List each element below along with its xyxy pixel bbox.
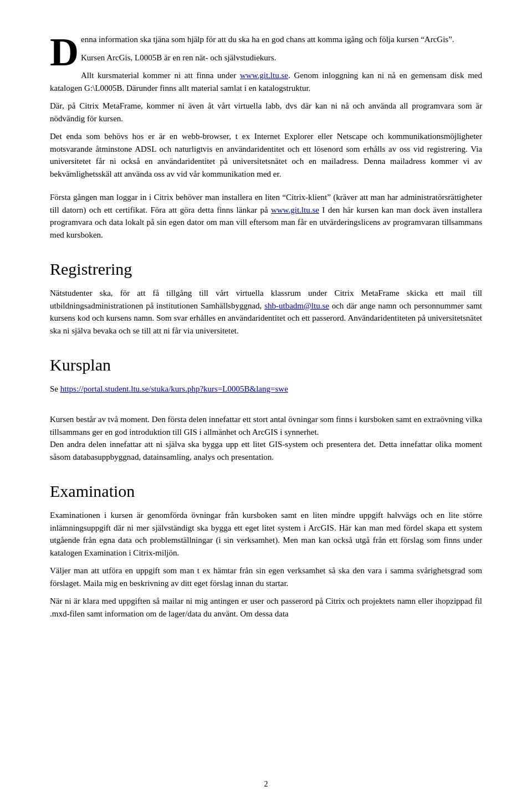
paragraph-browser: Det enda som behövs hos er är en webb-br… [50,130,482,180]
intro-text: enna information ska tjäna som hjälp för… [81,35,454,44]
examination-text-3: När ni är klara med uppgiften så mailar … [50,597,482,618]
git-ltu-link-1[interactable]: www.git.ltu.se [240,71,288,80]
kursplan-link-prefix: Se [50,384,60,393]
drop-cap-letter: D [50,35,79,69]
paragraph-registrering: Nätstudenter ska, för att få tillgång ti… [50,287,482,337]
paragraph-kursen: Kursen ArcGis, L0005B är en ren nät- och… [50,52,482,64]
paragraph-kursplan-body: Kursen består av två moment. Den första … [50,401,482,464]
kursmaterial-text-start: Allt kursmaterial kommer ni att finna un… [81,71,240,80]
section-kursplan-heading: Kursplan [50,352,482,377]
paragraph-examination-1: Examinationen i kursen är genomförda övn… [50,509,482,559]
examination-text-1: Examinationen i kursen är genomförda övn… [50,511,482,557]
kursplan-body-text: Kursen består av två moment. Den första … [50,415,482,461]
page-number: 2 [0,778,532,790]
paragraph-kursmaterial: Allt kursmaterial kommer ni att finna un… [50,69,482,94]
section-registrering-heading: Registrering [50,256,482,281]
section-examination-heading: Examination [50,479,482,503]
git-ltu-link-2[interactable]: www.git.ltu.se [271,205,319,214]
kursen-text: Kursen ArcGis, L0005B är en ren nät- och… [81,53,276,62]
kursplan-url-link[interactable]: https://portal.student.ltu.se/stuka/kurs… [60,384,288,393]
paragraph-citrix-klient: Första gången man loggar in i Citrix beh… [50,191,482,241]
paragraph-kursplan-link: Se https://portal.student.ltu.se/stuka/k… [50,383,482,395]
paragraph-citrix-intro: Där, på Citrix MetaFrame, kommer ni även… [50,100,482,125]
paragraph-examination-3: När ni är klara med uppgiften så mailar … [50,595,482,620]
browser-text: Det enda som behövs hos er är en webb-br… [50,132,482,178]
page: Denna information ska tjäna som hjälp fö… [0,0,532,812]
intro-block: Denna information ska tjäna som hjälp fö… [50,33,482,46]
intro-paragraph: Denna information ska tjäna som hjälp fö… [50,33,482,46]
email-link-registrering[interactable]: shb-utbadm@ltu.se [264,301,329,310]
citrix-intro-text: Där, på Citrix MetaFrame, kommer ni även… [50,101,482,123]
examination-text-2: Väljer man att utföra en uppgift som man… [50,566,482,588]
paragraph-examination-2: Väljer man att utföra en uppgift som man… [50,564,482,589]
